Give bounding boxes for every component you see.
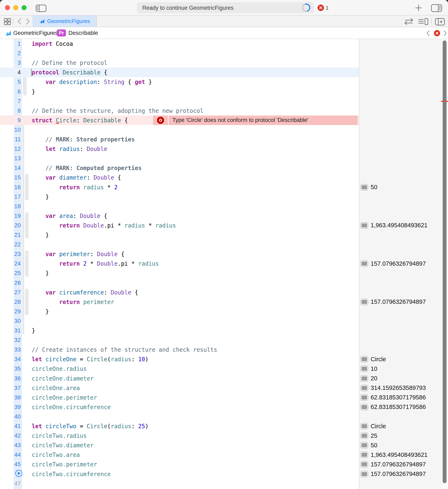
- code-line[interactable]: 26: [0, 278, 359, 288]
- code-line[interactable]: 24 return 2 * Double.pi * radius: [0, 259, 359, 268]
- scrollbar-error-mark[interactable]: [441, 101, 448, 102]
- line-number[interactable]: 6: [14, 88, 22, 95]
- toggle-inspector-icon[interactable]: [431, 4, 442, 12]
- line-number[interactable]: 37: [14, 385, 22, 391]
- code-line[interactable]: 31}: [0, 326, 359, 335]
- code-text[interactable]: circleTwo.area: [32, 451, 359, 458]
- editor-options-icon[interactable]: [418, 18, 429, 25]
- code-text[interactable]: let circleTwo = Circle(radius: 25): [32, 423, 359, 430]
- code-line[interactable]: 20 return Double.pi * radius * radius: [0, 221, 359, 230]
- line-number[interactable]: 30: [14, 318, 22, 324]
- code-line[interactable]: 5 var description: String { get }: [0, 77, 359, 87]
- code-text[interactable]: var perimeter: Double {: [32, 251, 359, 257]
- line-number[interactable]: 45: [14, 461, 22, 468]
- line-number[interactable]: 3: [14, 59, 22, 66]
- line-number[interactable]: 1: [14, 41, 22, 47]
- code-line[interactable]: 6}: [0, 87, 359, 97]
- code-text[interactable]: var area: Double {: [32, 212, 359, 219]
- tab-overview-icon[interactable]: [4, 18, 11, 25]
- issue-error-badge-icon[interactable]: [434, 30, 440, 36]
- line-number[interactable]: 40: [14, 413, 22, 420]
- window-minimize-button[interactable]: [13, 5, 18, 10]
- line-number[interactable]: 2: [14, 50, 22, 57]
- show-result-icon[interactable]: [361, 185, 368, 190]
- line-number[interactable]: 20: [14, 222, 22, 229]
- previous-issue-icon[interactable]: [426, 30, 431, 36]
- code-line[interactable]: 25 }: [0, 268, 359, 278]
- code-line[interactable]: 19 var area: Double {: [0, 211, 359, 221]
- code-text[interactable]: return Double.pi * radius * radius: [32, 222, 359, 229]
- show-result-icon[interactable]: [361, 261, 368, 266]
- line-number[interactable]: 5: [14, 79, 22, 85]
- code-text[interactable]: let radius: Double: [32, 146, 359, 152]
- line-number[interactable]: 43: [14, 442, 22, 448]
- library-plus-button[interactable]: [415, 4, 422, 12]
- code-text[interactable]: // Define the structure, adopting the ne…: [32, 107, 359, 114]
- code-line[interactable]: 36circleOne.diameter: [0, 374, 359, 383]
- scrollbar-thumb[interactable]: [443, 41, 447, 483]
- line-number[interactable]: 25: [14, 270, 22, 277]
- code-text[interactable]: circleTwo.perimeter: [32, 461, 359, 468]
- code-text[interactable]: return 2 * Double.pi * radius: [32, 260, 359, 267]
- code-text[interactable]: var circumference: Double {: [32, 289, 359, 296]
- code-text[interactable]: // MARK: Stored properties: [32, 136, 359, 143]
- line-number[interactable]: 7: [14, 98, 22, 105]
- show-result-icon[interactable]: [361, 376, 368, 381]
- code-line[interactable]: 32: [0, 335, 359, 345]
- line-number[interactable]: 9: [14, 117, 22, 124]
- show-result-icon[interactable]: [361, 442, 368, 448]
- code-line[interactable]: 35circleOne.radius: [0, 364, 359, 374]
- show-result-icon[interactable]: [361, 395, 368, 400]
- line-number[interactable]: 22: [14, 241, 22, 248]
- code-line[interactable]: 33// Create instances of the structure a…: [0, 345, 359, 354]
- code-line[interactable]: 44circleTwo.area: [0, 450, 359, 460]
- code-text[interactable]: circleTwo.diameter: [32, 442, 359, 448]
- show-result-icon[interactable]: [361, 452, 368, 457]
- code-text[interactable]: return perimeter: [32, 299, 359, 305]
- line-number[interactable]: 23: [14, 251, 22, 257]
- line-number[interactable]: 41: [14, 423, 22, 430]
- code-line[interactable]: 27 var circumference: Double {: [0, 288, 359, 297]
- code-text[interactable]: }: [32, 308, 359, 315]
- code-text[interactable]: circleTwo.radius: [32, 432, 359, 439]
- line-number[interactable]: 14: [14, 165, 22, 171]
- line-number[interactable]: 24: [14, 260, 22, 267]
- show-result-icon[interactable]: [361, 462, 368, 467]
- line-number[interactable]: 36: [14, 375, 22, 382]
- line-number[interactable]: 21: [14, 232, 22, 238]
- code-line[interactable]: 3// Define the protocol: [0, 58, 359, 68]
- code-line[interactable]: 9struct Circle: Describable {Type 'Circl…: [0, 115, 359, 125]
- code-editor[interactable]: 1import Cocoa23// Define the protocol4pr…: [0, 39, 448, 489]
- code-line[interactable]: 40: [0, 412, 359, 421]
- code-line[interactable]: 34let circleOne = Circle(radius: 10): [0, 354, 359, 364]
- code-text[interactable]: }: [32, 232, 359, 238]
- code-text[interactable]: // MARK: Computed properties: [32, 165, 359, 171]
- code-line[interactable]: 17 }: [0, 192, 359, 202]
- code-line[interactable]: 4protocol Describable {: [0, 68, 359, 77]
- window-close-button[interactable]: [5, 5, 10, 10]
- line-number[interactable]: 11: [14, 136, 22, 143]
- code-text[interactable]: // Create instances of the structure and…: [32, 346, 359, 353]
- show-result-icon[interactable]: [361, 385, 368, 391]
- code-line[interactable]: circleTwo.circumference: [0, 469, 359, 479]
- window-zoom-button[interactable]: [22, 5, 26, 10]
- code-line[interactable]: 23 var perimeter: Double {: [0, 249, 359, 259]
- line-number[interactable]: 15: [14, 174, 22, 181]
- code-line[interactable]: 37circleOne.area: [0, 383, 359, 393]
- code-text[interactable]: var diameter: Double {: [32, 174, 359, 181]
- line-number[interactable]: 39: [14, 404, 22, 410]
- run-playground-button[interactable]: [15, 470, 23, 477]
- code-line[interactable]: 21 }: [0, 230, 359, 240]
- line-number[interactable]: 44: [14, 451, 22, 458]
- inline-error-banner[interactable]: Type 'Circle' does not conform to protoc…: [153, 115, 358, 125]
- line-number[interactable]: 27: [14, 289, 22, 296]
- code-text[interactable]: circleOne.perimeter: [32, 394, 359, 401]
- line-number[interactable]: 32: [14, 337, 22, 343]
- show-result-icon[interactable]: [361, 223, 368, 228]
- code-text[interactable]: // Define the protocol: [32, 59, 359, 66]
- code-text[interactable]: }: [32, 270, 359, 277]
- code-line[interactable]: 11 // MARK: Stored properties: [0, 135, 359, 144]
- code-line[interactable]: 42circleTwo.radius: [0, 431, 359, 440]
- code-line[interactable]: 13: [0, 154, 359, 163]
- code-line[interactable]: 7: [0, 97, 359, 106]
